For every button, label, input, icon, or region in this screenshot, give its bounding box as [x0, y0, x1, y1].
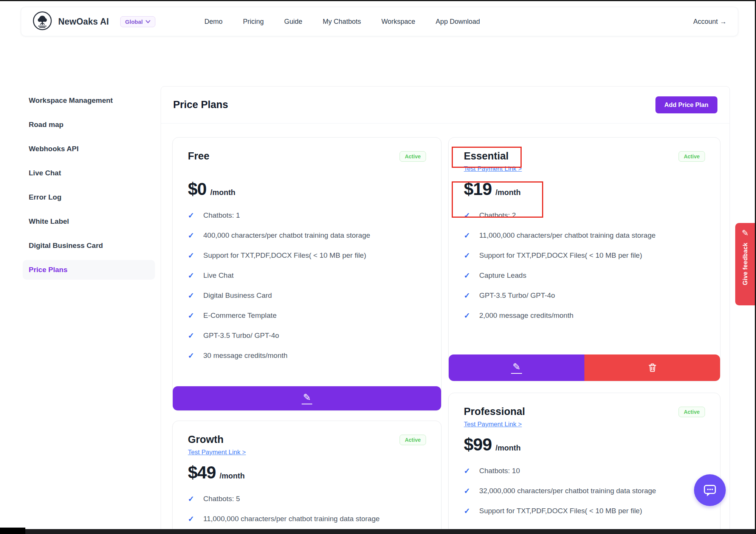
check-icon: ✓ — [464, 291, 470, 300]
test-payment-link[interactable]: Test Payment Link > — [464, 421, 522, 428]
check-icon: ✓ — [188, 351, 194, 360]
chat-widget-button[interactable] — [694, 474, 726, 506]
nav-item-demo[interactable]: Demo — [204, 18, 223, 26]
plan-card-professional: Professional Active Test Payment Link > … — [448, 393, 720, 534]
check-icon: ✓ — [188, 231, 194, 240]
give-feedback-tab[interactable]: ✎ Give feedback — [735, 223, 755, 305]
sidebar-item-white-label[interactable]: White Label — [23, 212, 155, 231]
check-icon: ✓ — [464, 487, 470, 495]
price-period: /month — [496, 188, 521, 197]
screenshot-border-bottom — [0, 529, 756, 534]
feature-item: ✓Digital Business Card — [188, 291, 426, 300]
region-label: Global — [125, 19, 143, 25]
edit-icon: ✎ — [511, 362, 522, 374]
status-badge: Active — [679, 407, 705, 417]
account-link[interactable]: Account → — [693, 18, 727, 26]
status-badge: Active — [679, 151, 705, 162]
feature-item: ✓Chatbots: 5 — [188, 495, 426, 503]
screenshot-border-bottom-left — [0, 528, 25, 534]
sidebar-item-error-log[interactable]: Error Log — [23, 187, 155, 207]
check-icon: ✓ — [464, 231, 470, 240]
feature-item: ✓Live Chat — [188, 271, 426, 280]
check-icon: ✓ — [464, 507, 470, 515]
check-icon: ✓ — [188, 251, 194, 260]
nav-item-workspace[interactable]: Workspace — [381, 18, 415, 26]
price-amount: $0 — [188, 179, 206, 199]
plan-card-essential: Essential Active Test Payment Link > $19… — [448, 137, 720, 381]
plan-name: Professional — [464, 406, 525, 418]
price-amount: $99 — [464, 434, 492, 455]
sidebar-item-digital-business-card[interactable]: Digital Business Card — [23, 236, 155, 255]
panel-header: Price Plans Add Price Plan — [161, 87, 730, 124]
feature-item: ✓Support for TXT,PDF,DOCX Files( < 10 MB… — [464, 507, 705, 515]
feature-item: ✓GPT-3.5 Turbo/ GPT-4o — [464, 291, 705, 300]
check-icon: ✓ — [464, 211, 470, 220]
test-payment-link[interactable]: Test Payment Link > — [464, 165, 522, 173]
sidebar-item-road-map[interactable]: Road map — [23, 115, 155, 135]
plan-price: $99 /month — [464, 434, 705, 455]
nav-item-my-chatbots[interactable]: My Chatbots — [323, 18, 361, 26]
sidebar-item-live-chat[interactable]: Live Chat — [23, 163, 155, 183]
test-payment-link[interactable]: Test Payment Link > — [188, 449, 246, 456]
feature-item: ✓2,000 message credits/month — [464, 311, 705, 320]
settings-sidebar: Workspace Management Road map Webhooks A… — [23, 91, 155, 284]
feature-item: ✓Chatbots: 10 — [464, 467, 705, 475]
plan-price: $0 /month — [188, 179, 426, 199]
check-icon: ✓ — [464, 311, 470, 320]
plan-price: $19 /month — [464, 179, 705, 199]
plan-name: Free — [188, 150, 209, 162]
feature-item: ✓Support for TXT,PDF,DOCX Files( < 10 MB… — [464, 251, 705, 260]
check-icon: ✓ — [188, 495, 194, 503]
feature-item: ✓Chatbots: 1 — [188, 211, 426, 220]
region-selector[interactable]: Global — [120, 16, 155, 27]
check-icon: ✓ — [188, 311, 194, 320]
sidebar-item-price-plans[interactable]: Price Plans — [23, 260, 155, 280]
feature-item: ✓E-Commerce Template — [188, 311, 426, 320]
page-title: Price Plans — [173, 99, 228, 111]
nav-item-guide[interactable]: Guide — [284, 18, 302, 26]
trash-icon — [647, 362, 658, 373]
check-icon: ✓ — [188, 271, 194, 280]
main-nav: Demo Pricing Guide My Chatbots Workspace… — [204, 18, 480, 26]
feature-item: ✓Support for TXT,PDF,DOCX Files( < 10 MB… — [188, 251, 426, 260]
nav-item-app-download[interactable]: App Download — [436, 18, 480, 26]
check-icon: ✓ — [188, 291, 194, 300]
feature-list: ✓Chatbots: 2 ✓11,000,000 characters/per … — [464, 211, 705, 320]
feature-list: ✓Chatbots: 10 ✓32,000,000 characters/per… — [464, 467, 705, 515]
feature-list: ✓Chatbots: 1 ✓400,000 characters/per cha… — [188, 211, 426, 360]
brand-name: NewOaks AI — [58, 17, 109, 27]
chat-bubble-icon — [701, 481, 719, 499]
delete-plan-button[interactable] — [584, 354, 720, 381]
edit-plan-button[interactable]: ✎ — [173, 386, 441, 410]
edit-plan-button[interactable]: ✎ — [449, 354, 584, 381]
price-period: /month — [496, 444, 521, 452]
plan-card-growth: Growth Active Test Payment Link > $49 /m… — [172, 421, 442, 534]
feature-item: ✓11,000,000 characters/per chatbot train… — [464, 231, 705, 240]
plan-card-free: Free Active $0 /month ✓Chatbots: 1 ✓400,… — [172, 137, 442, 411]
check-icon: ✓ — [188, 515, 194, 523]
price-amount: $19 — [464, 179, 492, 199]
feedback-label: Give feedback — [742, 243, 749, 285]
feature-item: ✓Capture Leads — [464, 271, 705, 280]
feature-item: ✓Chatbots: 2 — [464, 211, 705, 220]
feature-item: ✓400,000 characters/per chatbot training… — [188, 231, 426, 240]
newoaks-logo-icon — [33, 11, 52, 32]
check-icon: ✓ — [188, 331, 194, 340]
feedback-pencil-icon: ✎ — [742, 229, 748, 237]
chevron-down-icon — [146, 20, 150, 23]
plan-name: Essential — [464, 150, 509, 162]
plan-price: $49 /month — [188, 462, 426, 483]
sidebar-item-webhooks-api[interactable]: Webhooks API — [23, 139, 155, 159]
feature-item: ✓32,000,000 characters/per chatbot train… — [464, 487, 705, 495]
status-badge: Active — [400, 435, 426, 445]
price-period: /month — [220, 472, 245, 480]
price-period: /month — [210, 188, 235, 197]
nav-item-pricing[interactable]: Pricing — [243, 18, 264, 26]
sidebar-item-workspace-management[interactable]: Workspace Management — [23, 91, 155, 110]
plan-actions: ✎ — [449, 354, 720, 381]
check-icon: ✓ — [464, 251, 470, 260]
feature-item: ✓11,000,000 characters/per chatbot train… — [188, 515, 426, 523]
check-icon: ✓ — [188, 211, 194, 220]
add-price-plan-button[interactable]: Add Price Plan — [655, 96, 717, 113]
check-icon: ✓ — [464, 271, 470, 280]
